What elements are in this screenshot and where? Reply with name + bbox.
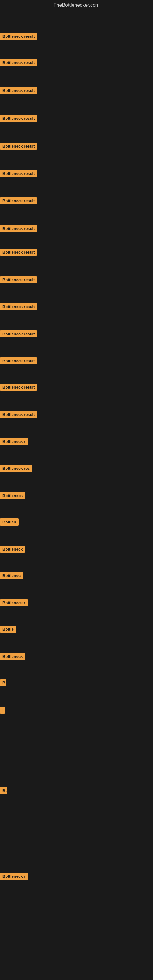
bottleneck-badge: Bo <box>0 787 7 794</box>
bottleneck-item[interactable]: Bottle <box>0 626 16 634</box>
site-title: TheBottlenecker.com <box>0 0 153 9</box>
bottleneck-badge: Bottleneck result <box>0 87 37 94</box>
bottleneck-badge: Bottleneck r <box>0 599 28 606</box>
bottleneck-item[interactable]: Bottleneck result <box>0 225 37 233</box>
bottleneck-item[interactable]: Bottleneck r <box>0 873 28 881</box>
bottleneck-badge: Bottleneck <box>0 653 25 660</box>
bottleneck-badge: B <box>0 679 6 686</box>
bottleneck-item[interactable]: Bottleneck <box>0 546 25 554</box>
bottleneck-badge: Bottleneck result <box>0 170 37 177</box>
bottleneck-badge: Bottleneck result <box>0 331 37 337</box>
bottleneck-item[interactable]: Bottleneck <box>0 492 25 500</box>
bottleneck-badge: Bottleneck <box>0 546 25 553</box>
bottleneck-item[interactable]: Bottleneck result <box>0 59 37 67</box>
bottleneck-item[interactable]: Bottleneck result <box>0 331 37 339</box>
bottleneck-badge: Bottleneck r <box>0 873 28 880</box>
bottleneck-item[interactable]: Bottleneck result <box>0 411 37 419</box>
bottleneck-badge: Bottleneck r <box>0 438 28 445</box>
bottleneck-item[interactable]: Bottleneck result <box>0 33 37 41</box>
bottleneck-item[interactable]: Bottlenec <box>0 572 23 580</box>
bottleneck-badge: Bottleneck result <box>0 411 37 418</box>
bottleneck-item[interactable]: Bottleneck result <box>0 115 37 123</box>
bottleneck-badge: Bottleneck result <box>0 249 37 256</box>
bottleneck-item[interactable]: Bottleneck <box>0 653 25 661</box>
bottleneck-item[interactable]: Bottleneck r <box>0 599 28 608</box>
bottleneck-badge: Bottleneck result <box>0 357 37 364</box>
bottleneck-item[interactable]: Bottleneck result <box>0 143 37 151</box>
bottleneck-item[interactable]: Bottleneck result <box>0 249 37 257</box>
bottleneck-badge: Bottleneck result <box>0 197 37 204</box>
bottleneck-badge: Bottleneck result <box>0 276 37 283</box>
bottleneck-item[interactable]: Bottleneck result <box>0 303 37 312</box>
bottleneck-badge: Bottleneck <box>0 492 25 499</box>
bottleneck-badge: Bottleneck res <box>0 465 32 472</box>
bottleneck-item[interactable]: Bottleneck res <box>0 465 32 473</box>
bottleneck-item[interactable]: Bottleneck result <box>0 276 37 285</box>
bottleneck-item[interactable]: Bottleneck result <box>0 197 37 205</box>
bottleneck-badge: Bottleneck result <box>0 33 37 40</box>
bottleneck-badge: Bottleneck result <box>0 384 37 391</box>
bottleneck-badge: | <box>0 706 5 714</box>
bottleneck-badge: Bottleneck result <box>0 59 37 66</box>
bottleneck-item[interactable]: Bottleneck result <box>0 87 37 95</box>
bottleneck-item[interactable]: B <box>0 679 6 687</box>
bottleneck-badge: Bottleneck result <box>0 115 37 122</box>
bottleneck-item[interactable]: Bottlen <box>0 519 19 527</box>
bottleneck-badge: Bottleneck result <box>0 225 37 232</box>
bottleneck-item[interactable]: Bottleneck result <box>0 170 37 178</box>
bottleneck-badge: Bottlen <box>0 519 19 525</box>
bottleneck-badge: Bottleneck result <box>0 303 37 310</box>
bottleneck-badge: Bottlenec <box>0 572 23 579</box>
bottleneck-item[interactable]: Bottleneck result <box>0 357 37 366</box>
bottleneck-item[interactable]: Bottleneck result <box>0 384 37 392</box>
bottleneck-item[interactable]: Bo <box>0 787 7 795</box>
bottleneck-item[interactable]: Bottleneck r <box>0 438 28 446</box>
bottleneck-badge: Bottleneck result <box>0 143 37 150</box>
bottleneck-badge: Bottle <box>0 626 16 633</box>
bottleneck-item[interactable]: | <box>0 706 5 715</box>
